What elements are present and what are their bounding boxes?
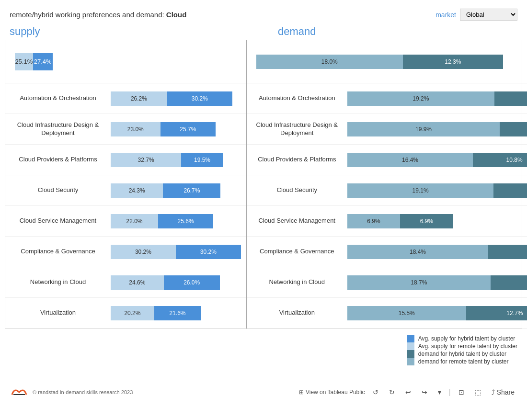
undo-button[interactable]: ↺: [370, 386, 381, 398]
legend-item-2: Avg. supply for remote talent by cluster: [407, 342, 517, 350]
demand-header: demand: [264, 25, 522, 38]
demand-remote-bar-2: 16.4%: [347, 153, 473, 167]
supply-skill-name-1: Cloud Infrastructure Design & Deployment: [5, 121, 111, 137]
supply-header: supply: [5, 25, 264, 38]
legend-label-1: Avg. supply for hybrid talent by cluster: [418, 335, 516, 342]
demand-skill-bars-6: 18.7%12.7%: [347, 275, 527, 290]
footer-actions: ⊞ View on Tableau Public ↺ ↻ ↩ ↪ ▾ | ⊡ ⬚…: [299, 386, 517, 398]
demand-hybrid-bar-4: 6.9%: [400, 214, 453, 228]
supply-skill-row-7: Virtualization20.2%21.6%: [5, 298, 246, 329]
supply-skill-row-0: Automation & Orchestration26.2%30.2%: [5, 83, 246, 114]
supply-skill-name-4: Cloud Service Management: [5, 217, 111, 225]
demand-remote-bar-7: 15.5%: [347, 306, 466, 320]
legend: Avg. supply for hybrid talent by cluster…: [407, 335, 517, 365]
supply-hybrid-bar-5: 30.2%: [176, 245, 241, 259]
separator: |: [449, 388, 451, 397]
supply-skill-row-4: Cloud Service Management22.0%25.6%: [5, 206, 246, 237]
demand-skill-row-5: Compliance & Governance18.4%16.2%: [247, 237, 527, 267]
view-tableau-link[interactable]: ⊞ View on Tableau Public: [299, 389, 365, 396]
demand-skill-name-7: Virtualization: [247, 309, 347, 317]
demand-hybrid-bar-6: 12.7%: [491, 275, 527, 290]
demand-skill-row-6: Networking in Cloud18.7%12.7%: [247, 267, 527, 298]
supply-skill-row-6: Networking in Cloud24.6%26.0%: [5, 267, 246, 298]
demand-skill-row-7: Virtualization15.5%12.7%: [247, 298, 527, 329]
back-button[interactable]: ↩: [402, 386, 414, 398]
demand-remote-bar-4: 6.9%: [347, 214, 400, 228]
page-title: remote/hybrid working preferences and de…: [10, 11, 186, 19]
randstad-logo: [10, 385, 29, 399]
supply-skill-row-3: Cloud Security24.3%26.7%: [5, 175, 246, 206]
demand-skill-rows: Automation & Orchestration19.2%12.3%Clou…: [247, 83, 527, 329]
demand-hybrid-bar-7: 12.7%: [466, 306, 527, 320]
demand-skill-name-6: Networking in Cloud: [247, 278, 347, 286]
demand-hybrid-bar-0: 12.3%: [494, 91, 527, 106]
demand-hybrid-bar-5: 16.2%: [488, 245, 527, 259]
supply-skill-name-5: Compliance & Governance: [5, 248, 111, 256]
forward-button[interactable]: ↪: [419, 386, 430, 398]
legend-item-3: demand for hybrid talent by cluster: [407, 350, 517, 358]
demand-hybrid-bar-2: 10.8%: [473, 153, 527, 167]
demand-skill-row-3: Cloud Security19.1%11.5%: [247, 175, 527, 206]
supply-remote-bar-4: 22.0%: [111, 214, 158, 228]
demand-skill-bars-1: 19.9%12.7%: [347, 122, 527, 136]
grid-icon: ⊞: [299, 389, 304, 396]
supply-skill-bars-4: 22.0%25.6%: [111, 214, 246, 228]
supply-skill-bars-5: 30.2%30.2%: [111, 245, 246, 259]
share-view-button[interactable]: ⊡: [456, 386, 467, 398]
demand-remote-bar-0: 19.2%: [347, 91, 494, 106]
charts-container: 25.1% 27.4% Automation & Orchestration26…: [5, 40, 522, 329]
supply-remote-bar-5: 30.2%: [111, 245, 176, 259]
supply-skill-name-6: Networking in Cloud: [5, 278, 111, 286]
supply-hybrid-bar-7: 21.6%: [154, 306, 201, 320]
supply-overall-remote-bar: 25.1%: [15, 53, 33, 70]
market-select[interactable]: Global: [460, 9, 517, 21]
legend-label-2: Avg. supply for remote talent by cluster: [418, 343, 517, 350]
demand-remote-bar-6: 18.7%: [347, 275, 491, 290]
supply-skill-rows: Automation & Orchestration26.2%30.2%Clou…: [5, 83, 246, 329]
demand-remote-bar-5: 18.4%: [347, 245, 488, 259]
legend-box-remote-demand: [407, 358, 414, 365]
demand-skill-bars-3: 19.1%11.5%: [347, 183, 527, 198]
demand-remote-bar-1: 19.9%: [347, 122, 500, 136]
demand-panel: 18.0% 12.3% Automation & Orchestration19…: [247, 40, 527, 329]
legend-box-hybrid-supply: [407, 335, 414, 342]
demand-skill-bars-5: 18.4%16.2%: [347, 245, 527, 259]
supply-skill-row-1: Cloud Infrastructure Design & Deployment…: [5, 114, 246, 145]
supply-remote-bar-3: 24.3%: [111, 183, 163, 198]
demand-skill-row-4: Cloud Service Management6.9%6.9%: [247, 206, 527, 237]
supply-hybrid-bar-1: 25.7%: [160, 122, 216, 136]
dropdown-button[interactable]: ▾: [435, 386, 444, 398]
demand-skill-bars-2: 16.4%10.8%: [347, 153, 527, 167]
download-button[interactable]: ⬚: [472, 386, 484, 398]
demand-skill-bars-0: 19.2%12.3%: [347, 91, 527, 106]
legend-item-4: demand for remote talent by cluster: [407, 358, 517, 365]
demand-skill-name-3: Cloud Security: [247, 186, 347, 194]
legend-item-1: Avg. supply for hybrid talent by cluster: [407, 335, 517, 342]
demand-skill-row-2: Cloud Providers & Platforms16.4%10.8%: [247, 145, 527, 175]
supply-hybrid-bar-6: 26.0%: [164, 275, 220, 290]
redo-button[interactable]: ↻: [386, 386, 398, 398]
supply-skill-row-2: Cloud Providers & Platforms32.7%19.5%: [5, 145, 246, 175]
demand-skill-name-5: Compliance & Governance: [247, 248, 347, 256]
supply-skill-bars-1: 23.0%25.7%: [111, 122, 246, 136]
demand-skill-name-1: Cloud Infrastructure Design & Deployment: [247, 121, 347, 137]
supply-hybrid-bar-0: 30.2%: [167, 91, 232, 106]
supply-skill-bars-6: 24.6%26.0%: [111, 275, 246, 290]
legend-label-3: demand for hybrid talent by cluster: [418, 351, 506, 357]
supply-remote-bar-6: 24.6%: [111, 275, 164, 290]
demand-skill-row-0: Automation & Orchestration19.2%12.3%: [247, 83, 527, 114]
legend-label-4: demand for remote talent by cluster: [418, 358, 509, 365]
demand-skill-bars-7: 15.5%12.7%: [347, 306, 527, 320]
supply-skill-row-5: Compliance & Governance30.2%30.2%: [5, 237, 246, 267]
supply-skill-name-3: Cloud Security: [5, 186, 111, 194]
supply-skill-bars-7: 20.2%21.6%: [111, 306, 246, 320]
share-button[interactable]: ⤴ Share: [489, 386, 517, 398]
supply-overall-row: 25.1% 27.4%: [5, 40, 246, 83]
supply-skill-name-7: Virtualization: [5, 309, 111, 317]
supply-skill-name-0: Automation & Orchestration: [5, 94, 111, 102]
footer-logo: © randstad in-demand skills research 202…: [10, 385, 133, 399]
supply-panel: 25.1% 27.4% Automation & Orchestration26…: [5, 40, 247, 329]
supply-hybrid-bar-3: 26.7%: [163, 183, 220, 198]
legend-box-remote-supply: [407, 342, 414, 350]
section-headers: supply demand: [0, 25, 527, 38]
